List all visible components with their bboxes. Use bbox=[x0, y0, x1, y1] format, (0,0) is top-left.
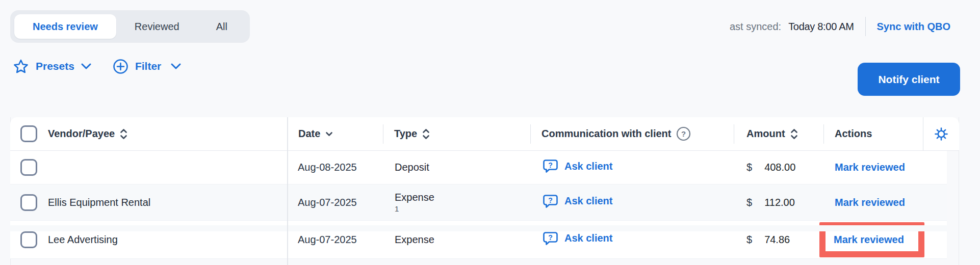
column-header-communication: Communication with client ? bbox=[530, 126, 734, 141]
help-icon[interactable]: ? bbox=[676, 126, 691, 141]
vendor-cell: Lee Advertising bbox=[48, 234, 287, 246]
type-cell: Deposit bbox=[383, 161, 530, 174]
next-row-partial bbox=[10, 225, 947, 231]
last-synced-value: Today 8:00 AM bbox=[788, 21, 854, 33]
row-checkbox-cell bbox=[10, 231, 48, 248]
filter-toolbar: Presets Filter bbox=[13, 51, 181, 82]
vendor-name: Lee Advertising bbox=[48, 234, 118, 245]
sort-icon bbox=[790, 128, 798, 140]
tab-needs-review[interactable]: Needs review bbox=[14, 14, 116, 39]
presets-dropdown[interactable]: Presets bbox=[13, 59, 91, 74]
status-tabbar: Needs review Reviewed All bbox=[10, 10, 250, 43]
table-row: Ellis Equipment Rental Aug-07-2025 Expen… bbox=[10, 184, 947, 221]
row-checkbox-cell bbox=[10, 159, 48, 176]
vendor-cell: Ellis Equipment Rental bbox=[48, 197, 287, 208]
currency-symbol: $ bbox=[746, 234, 752, 246]
ask-client-link[interactable]: ? Ask client bbox=[543, 231, 612, 246]
sync-status-area: ast synced: Today 8:00 AM Sync with QBO bbox=[730, 10, 950, 43]
column-header-amount[interactable]: Amount bbox=[734, 128, 823, 140]
type-count: 1 bbox=[395, 204, 530, 214]
currency-symbol: $ bbox=[746, 162, 752, 173]
row-checkbox[interactable] bbox=[20, 194, 37, 211]
actions-cell: Mark reviewed bbox=[823, 197, 947, 208]
amount-cell: $ 112.00 bbox=[734, 197, 823, 208]
divider bbox=[383, 124, 383, 144]
column-label: Communication with client bbox=[541, 128, 671, 140]
sync-with-qbo-link[interactable]: Sync with QBO bbox=[877, 21, 950, 33]
star-icon bbox=[13, 59, 29, 74]
mark-reviewed-link[interactable]: Mark reviewed bbox=[834, 234, 904, 246]
gear-icon[interactable] bbox=[933, 126, 949, 142]
svg-text:?: ? bbox=[548, 196, 553, 204]
communication-cell: ? Ask client bbox=[530, 194, 734, 211]
amount-value: 74.86 bbox=[764, 234, 790, 246]
vendor-name: Ellis Equipment Rental bbox=[48, 197, 150, 208]
transaction-type: Expense bbox=[395, 233, 530, 246]
svg-text:?: ? bbox=[548, 233, 553, 241]
svg-text:?: ? bbox=[681, 129, 686, 138]
actions-cell: Mark reviewed bbox=[823, 162, 947, 173]
currency-symbol: $ bbox=[746, 197, 752, 208]
date-cell: Aug-08-2025 bbox=[287, 162, 383, 173]
row-checkbox[interactable] bbox=[20, 159, 37, 176]
frozen-column-divider bbox=[287, 117, 288, 265]
transaction-date: Aug-07-2025 bbox=[298, 197, 357, 208]
action-wrap: Mark reviewed bbox=[823, 162, 905, 173]
tab-all[interactable]: All bbox=[198, 14, 246, 39]
column-label: Type bbox=[394, 128, 417, 140]
ask-client-label: Ask client bbox=[564, 195, 612, 207]
table-body: Aug-08-2025 Deposit ? Ask client $ 408.0… bbox=[10, 151, 947, 259]
date-cell: Aug-07-2025 bbox=[287, 197, 383, 208]
transaction-date: Aug-08-2025 bbox=[298, 162, 357, 173]
plus-circle-icon bbox=[113, 59, 128, 74]
ask-client-label: Ask client bbox=[564, 161, 612, 172]
type-cell: Expense bbox=[383, 233, 530, 246]
transaction-type: Expense bbox=[395, 191, 530, 204]
presets-label: Presets bbox=[36, 60, 74, 72]
chevron-down-icon bbox=[81, 63, 91, 69]
row-checkbox[interactable] bbox=[20, 231, 37, 248]
column-header-vendor[interactable]: Vendor/Payee bbox=[48, 128, 287, 140]
last-synced-label: ast synced: bbox=[730, 21, 781, 33]
type-cell: Expense 1 bbox=[383, 191, 530, 214]
question-bubble-icon: ? bbox=[543, 231, 558, 246]
divider bbox=[865, 17, 866, 36]
row-checkbox-cell bbox=[10, 194, 48, 211]
mark-reviewed-link[interactable]: Mark reviewed bbox=[835, 197, 905, 208]
ask-client-label: Ask client bbox=[564, 232, 612, 244]
amount-cell: $ 408.00 bbox=[734, 162, 823, 173]
tab-reviewed[interactable]: Reviewed bbox=[116, 14, 198, 39]
ask-client-link[interactable]: ? Ask client bbox=[543, 158, 612, 174]
question-bubble-icon: ? bbox=[543, 158, 558, 174]
select-all-checkbox[interactable] bbox=[20, 125, 37, 142]
chevron-down-icon bbox=[171, 63, 181, 69]
filter-label: Filter bbox=[135, 60, 161, 72]
sort-icon bbox=[120, 128, 127, 140]
action-wrap: Mark reviewed bbox=[823, 197, 905, 208]
header-checkbox-cell bbox=[10, 125, 48, 142]
notify-client-button[interactable]: Notify client bbox=[858, 63, 960, 96]
divider bbox=[823, 124, 824, 144]
ask-client-link[interactable]: ? Ask client bbox=[543, 194, 612, 209]
column-header-type[interactable]: Type bbox=[383, 128, 530, 140]
filter-dropdown[interactable]: Filter bbox=[113, 59, 181, 74]
mark-reviewed-link[interactable]: Mark reviewed bbox=[835, 162, 905, 173]
column-label: Amount bbox=[746, 128, 785, 140]
communication-cell: ? Ask client bbox=[530, 158, 734, 176]
date-cell: Aug-07-2025 bbox=[287, 234, 383, 246]
column-header-actions: Actions bbox=[823, 128, 923, 140]
communication-cell: ? Ask client bbox=[530, 231, 734, 249]
question-bubble-icon: ? bbox=[543, 194, 558, 209]
header-settings-cell bbox=[923, 126, 959, 142]
divider bbox=[530, 124, 531, 144]
column-label: Actions bbox=[835, 128, 872, 140]
sort-icon bbox=[422, 128, 430, 140]
column-header-date[interactable]: Date bbox=[287, 128, 383, 140]
amount-cell: $ 74.86 bbox=[734, 234, 823, 246]
amount-value: 112.00 bbox=[764, 197, 795, 208]
divider bbox=[734, 124, 734, 144]
column-label: Vendor/Payee bbox=[48, 128, 115, 140]
transaction-type: Deposit bbox=[395, 161, 530, 174]
table-row: Aug-08-2025 Deposit ? Ask client $ 408.0… bbox=[10, 151, 947, 184]
column-label: Date bbox=[298, 128, 320, 140]
